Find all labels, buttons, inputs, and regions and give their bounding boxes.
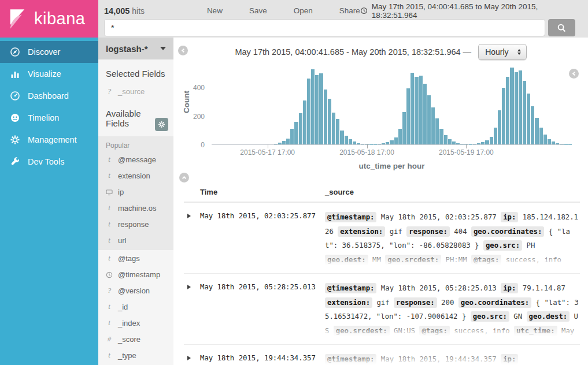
histogram-bar[interactable] xyxy=(481,142,485,144)
histogram-bar[interactable] xyxy=(402,112,406,144)
histogram-bar[interactable] xyxy=(456,143,460,144)
field-item-at-timestamp[interactable]: @timestamp xyxy=(98,266,173,282)
field-item-_type[interactable]: t_type xyxy=(98,347,173,363)
field-item-at-version[interactable]: ?@version xyxy=(98,282,173,299)
histogram-bar[interactable] xyxy=(439,129,443,144)
sidebar-item-visualize[interactable]: Visualize xyxy=(0,63,98,85)
histogram-bar[interactable] xyxy=(390,140,393,144)
field-item-extension[interactable]: textension xyxy=(98,167,173,184)
histogram-bar[interactable] xyxy=(353,141,356,144)
histogram-bar[interactable] xyxy=(460,144,464,144)
histogram-bar[interactable] xyxy=(382,143,385,144)
histogram-bar[interactable] xyxy=(357,143,360,144)
field-item-_score[interactable]: #_score xyxy=(98,331,173,347)
open-button[interactable]: Open xyxy=(294,6,313,15)
histogram-bar[interactable] xyxy=(515,72,518,144)
histogram-bar[interactable] xyxy=(448,139,452,144)
search-button[interactable] xyxy=(548,19,575,36)
histogram-bar[interactable] xyxy=(552,141,555,144)
new-button[interactable]: New xyxy=(207,6,223,15)
field-item-_id[interactable]: t_id xyxy=(98,299,173,315)
collapse-chart-button[interactable] xyxy=(179,173,588,183)
search-input[interactable] xyxy=(104,19,545,36)
field-item-at-message[interactable]: t@message xyxy=(98,151,173,167)
histogram-bar[interactable] xyxy=(398,129,402,144)
histogram-bar[interactable] xyxy=(274,144,278,144)
histogram-bar[interactable] xyxy=(307,79,310,144)
field-item-_source[interactable]: ?_source xyxy=(98,83,173,99)
field-item-url[interactable]: turl xyxy=(98,232,173,248)
expand-row-button[interactable] xyxy=(184,210,200,267)
histogram-bar[interactable] xyxy=(485,140,489,144)
histogram-bar[interactable] xyxy=(415,77,418,144)
histogram-bar[interactable] xyxy=(328,99,331,145)
field-item-response[interactable]: tresponse xyxy=(98,216,173,232)
histogram-bar[interactable] xyxy=(311,69,315,144)
histogram-bar[interactable] xyxy=(419,76,423,144)
histogram-bar[interactable] xyxy=(519,70,522,144)
histogram-bar[interactable] xyxy=(435,118,439,144)
interval-select[interactable]: Hourly xyxy=(478,44,526,60)
histogram-bar[interactable] xyxy=(294,122,298,144)
histogram-bar[interactable] xyxy=(531,106,534,144)
histogram-bar[interactable] xyxy=(345,136,348,144)
histogram-bar[interactable] xyxy=(431,107,435,144)
histogram-bar[interactable] xyxy=(427,95,431,144)
histogram-bar[interactable] xyxy=(332,113,335,144)
field-item-ip[interactable]: ip xyxy=(98,184,173,200)
share-button[interactable]: Share xyxy=(339,6,360,15)
sidebar-item-discover[interactable]: Discover xyxy=(0,41,98,63)
histogram-bar[interactable] xyxy=(473,144,476,144)
index-pattern-selector[interactable]: logstash-* xyxy=(98,38,173,59)
histogram-bar[interactable] xyxy=(319,73,323,144)
histogram-bar[interactable] xyxy=(340,131,343,144)
save-button[interactable]: Save xyxy=(249,6,267,15)
histogram-bar[interactable] xyxy=(411,73,414,144)
histogram-bar[interactable] xyxy=(560,144,563,144)
histogram-bar[interactable] xyxy=(386,142,389,144)
histogram-bar[interactable] xyxy=(324,90,327,144)
histogram-bar[interactable] xyxy=(543,135,547,144)
sidebar-item-timelion[interactable]: Timelion xyxy=(0,107,98,129)
field-settings-button[interactable] xyxy=(155,118,168,131)
histogram-bar[interactable] xyxy=(282,141,286,144)
sidebar-item-dev-tools[interactable]: Dev Tools xyxy=(0,151,98,173)
histogram-bar[interactable] xyxy=(394,137,398,144)
histogram-bar[interactable] xyxy=(423,84,427,144)
histogram-bar[interactable] xyxy=(315,75,319,144)
histogram-bar[interactable] xyxy=(278,143,282,144)
histogram-bar[interactable] xyxy=(490,137,493,144)
histogram-bar[interactable] xyxy=(523,81,526,144)
expand-row-button[interactable] xyxy=(184,352,200,365)
histogram-bar[interactable] xyxy=(556,143,559,144)
histogram-bar[interactable] xyxy=(502,88,505,144)
histogram-bar[interactable] xyxy=(539,128,543,144)
histogram-bar[interactable] xyxy=(506,77,509,144)
field-item-_index[interactable]: t_index xyxy=(98,315,173,331)
collapse-panel-button[interactable] xyxy=(178,46,188,55)
histogram-bar[interactable] xyxy=(498,110,501,144)
histogram-bar[interactable] xyxy=(494,128,497,144)
field-item-machine.os[interactable]: tmachine.os xyxy=(98,200,173,216)
column-header-time[interactable]: Time xyxy=(200,188,323,196)
histogram-bar[interactable] xyxy=(286,139,290,144)
histogram-bar[interactable] xyxy=(336,119,339,144)
histogram-bar[interactable] xyxy=(452,141,456,144)
histogram-bar[interactable] xyxy=(527,94,530,144)
field-item-at-tags[interactable]: t@tags xyxy=(98,250,173,266)
histogram-bar[interactable] xyxy=(299,113,302,144)
histogram-bar[interactable] xyxy=(303,100,306,144)
histogram-bar[interactable] xyxy=(535,118,538,144)
histogram-bar[interactable] xyxy=(349,139,352,144)
sidebar-item-management[interactable]: Management xyxy=(0,129,98,151)
histogram-bar[interactable] xyxy=(361,144,364,144)
expand-row-button[interactable] xyxy=(184,281,200,338)
histogram-bar[interactable] xyxy=(406,88,410,144)
histogram-bar[interactable] xyxy=(548,139,551,144)
histogram-bar[interactable] xyxy=(477,143,480,144)
histogram-bar[interactable] xyxy=(510,68,513,144)
sidebar-item-dashboard[interactable]: Dashboard xyxy=(0,85,98,107)
histogram-bar[interactable] xyxy=(290,129,294,144)
timepicker-button[interactable]: May 17th 2015, 04:00:41.685 to May 20th … xyxy=(360,2,558,20)
histogram-bar[interactable] xyxy=(444,135,448,144)
